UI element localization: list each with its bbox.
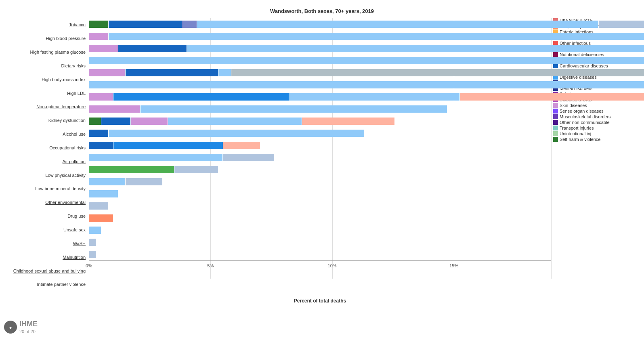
bar-row-5 xyxy=(89,79,551,91)
bar-segment-8-4 xyxy=(302,118,394,125)
bar-segment-8-3 xyxy=(168,118,302,125)
legend-label-17: Musculoskeletal disorders xyxy=(560,114,611,119)
bar-row-2 xyxy=(89,42,551,55)
bar-segment-11-0 xyxy=(89,154,222,161)
legend-label-18: Other non-communicable xyxy=(560,120,610,125)
x-tick-1: 5% xyxy=(207,263,214,268)
bar-segment-2-2 xyxy=(187,45,644,52)
bar-segment-1-0 xyxy=(89,33,108,40)
legend-label-20: Unintentional inj xyxy=(560,131,591,136)
bar-segment-11-1 xyxy=(223,154,274,161)
bar-segment-13-0 xyxy=(89,178,125,185)
bar-row-17 xyxy=(89,224,551,236)
bar-segment-10-1 xyxy=(113,142,223,149)
legend-item-15: Skin diseases xyxy=(553,103,640,108)
legend-color-20 xyxy=(553,131,558,136)
legend-label-21: Self-harm & violence xyxy=(560,137,601,142)
legend-color-16 xyxy=(553,109,558,113)
bar-segment-4-1 xyxy=(126,69,218,76)
bar-segment-0-0 xyxy=(89,21,108,28)
bar-row-7 xyxy=(89,103,551,115)
y-label-8: Alcohol use xyxy=(4,128,86,141)
bars-and-legend: HIV/AIDS & STIsRespiratory infections & … xyxy=(89,18,640,304)
bar-segment-3-0 xyxy=(89,57,644,64)
bar-segment-9-0 xyxy=(89,130,108,137)
bars-area: 0%5%10%15% xyxy=(89,18,551,291)
bar-segment-18-0 xyxy=(89,239,96,246)
bar-row-13 xyxy=(89,176,551,188)
bar-segment-4-3 xyxy=(231,69,644,76)
bar-segment-8-0 xyxy=(89,118,101,125)
y-label-15: Unsafe sex xyxy=(4,224,86,236)
legend-color-18 xyxy=(553,120,558,125)
legend-item-18: Other non-communicable xyxy=(553,120,640,125)
y-label-11: Low physical activity xyxy=(4,169,86,181)
legend-color-19 xyxy=(553,126,558,130)
bar-row-4 xyxy=(89,67,551,79)
y-label-17: Malnutrition xyxy=(4,251,86,263)
legend-color-21 xyxy=(553,137,558,142)
y-label-13: Other environmental xyxy=(4,197,86,209)
bar-row-14 xyxy=(89,188,551,200)
bar-segment-10-0 xyxy=(89,142,113,149)
bar-segment-2-0 xyxy=(89,45,118,52)
bar-segment-4-0 xyxy=(89,69,125,76)
y-label-2: High fasting plasma glucose xyxy=(4,46,86,59)
bar-segment-5-0 xyxy=(89,81,644,88)
bar-segment-7-0 xyxy=(89,105,140,113)
bar-row-19 xyxy=(89,248,551,260)
legend-label-19: Transport injuries xyxy=(560,126,594,130)
bar-segment-6-2 xyxy=(289,93,459,101)
bar-segment-9-1 xyxy=(109,130,364,137)
bar-segment-0-3 xyxy=(197,21,598,28)
bar-row-1 xyxy=(89,30,551,42)
bar-row-0 xyxy=(89,18,551,30)
bar-segment-2-1 xyxy=(118,45,187,52)
ihme-text: IHME xyxy=(19,320,38,328)
legend-item-19: Transport injuries xyxy=(553,126,640,130)
bar-row-11 xyxy=(89,151,551,164)
legend-item-20: Unintentional inj xyxy=(553,131,640,136)
x-axis: 0%5%10%15% xyxy=(89,260,551,273)
ihme-logo: ◆ IHME 20 of 20 xyxy=(4,320,38,334)
y-label-4: High body-mass index xyxy=(4,73,86,86)
legend-color-15 xyxy=(553,103,558,108)
legend-label-16: Sense organ diseases xyxy=(560,109,604,113)
legend-item-17: Musculoskeletal disorders xyxy=(553,114,640,119)
bar-row-10 xyxy=(89,139,551,151)
bar-segment-14-0 xyxy=(89,190,118,197)
bar-segment-19-0 xyxy=(89,251,96,258)
y-label-1: High blood pressure xyxy=(4,33,86,45)
y-label-9: Occupational risks xyxy=(4,142,86,154)
bar-row-3 xyxy=(89,55,551,67)
bar-segment-13-1 xyxy=(126,178,162,185)
bar-segment-10-2 xyxy=(223,142,260,149)
x-axis-title: Percent of total deaths xyxy=(89,298,551,304)
y-label-10: Air pollution xyxy=(4,155,86,168)
bar-segment-12-1 xyxy=(174,166,218,173)
bar-segment-0-4 xyxy=(599,21,644,28)
y-label-19: Intimate partner violence xyxy=(4,279,86,291)
chart-container: Wandsworth, Both sexes, 70+ years, 2019 … xyxy=(0,0,644,338)
bar-segment-0-2 xyxy=(182,21,197,28)
page-indicator: 20 of 20 xyxy=(19,329,38,334)
bar-segment-4-2 xyxy=(218,69,231,76)
x-tick-0: 0% xyxy=(86,263,92,268)
y-label-12: Low bone mineral density xyxy=(4,183,86,195)
bar-row-9 xyxy=(89,127,551,139)
bar-segment-7-1 xyxy=(141,105,447,113)
bar-segment-1-1 xyxy=(109,33,644,40)
legend-label-6: Nutritional deficiencies xyxy=(560,52,604,57)
x-tick-2: 10% xyxy=(328,263,337,268)
bar-row-8 xyxy=(89,115,551,127)
bar-segment-0-1 xyxy=(109,21,182,28)
legend-color-17 xyxy=(553,114,558,119)
bar-segment-6-1 xyxy=(113,93,289,101)
legend-item-16: Sense organ diseases xyxy=(553,109,640,113)
chart-area: TobaccoHigh blood pressureHigh fasting p… xyxy=(4,18,640,304)
bar-segment-15-0 xyxy=(89,202,108,210)
y-label-0: Tobacco xyxy=(4,19,86,31)
y-label-18: Childhood sexual abuse and bullying xyxy=(4,265,86,277)
y-labels: TobaccoHigh blood pressureHigh fasting p… xyxy=(4,18,89,304)
y-label-3: Dietary risks xyxy=(4,60,86,72)
